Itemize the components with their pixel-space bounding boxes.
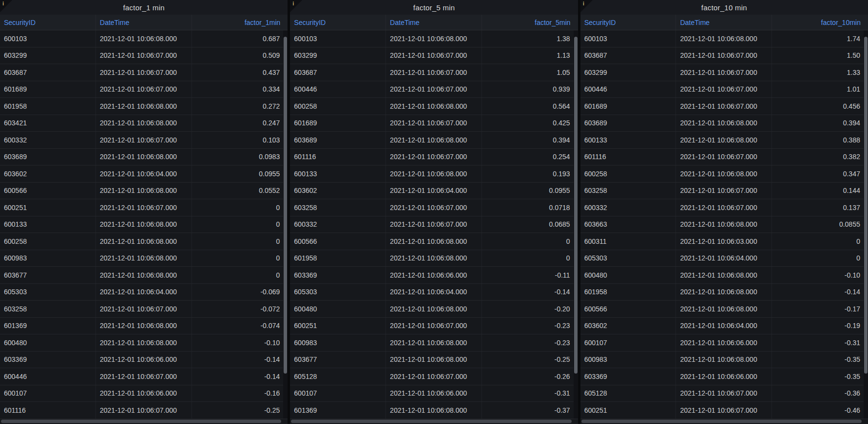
column-header-datetime[interactable]: DateTime (676, 15, 772, 30)
column-header-security-id[interactable]: SecurityID (0, 15, 96, 30)
table-row: 6005662021-12-01 10:06:08.0000.0552 (0, 183, 288, 200)
cell-datetime: 2021-12-01 10:06:08.000 (96, 98, 192, 115)
info-corner-triangle (0, 0, 12, 12)
panel-factor-10min: i factor_10 min SecurityID DateTime fact… (580, 0, 868, 424)
cell-security-id: 600332 (580, 199, 676, 216)
cell-factor-value: -0.35 (772, 352, 868, 368)
column-header-datetime[interactable]: DateTime (386, 15, 482, 30)
cell-datetime: 2021-12-01 10:06:08.000 (96, 216, 192, 233)
cell-security-id: 600983 (580, 352, 676, 368)
cell-security-id: 603602 (580, 318, 676, 334)
table-row: 6053032021-12-01 10:06:04.0000 (580, 250, 868, 267)
cell-factor-value: 0 (482, 233, 578, 250)
cell-datetime: 2021-12-01 10:06:08.000 (96, 233, 192, 250)
table-body: 6001032021-12-01 10:06:08.0001.386032992… (290, 30, 578, 424)
cell-datetime: 2021-12-01 10:06:07.000 (676, 98, 772, 115)
column-header-factor-value[interactable]: factor_1min (192, 15, 288, 30)
cell-factor-value: -0.37 (482, 402, 578, 419)
cell-security-id: 605128 (580, 385, 676, 402)
table-row: 6003112021-12-01 10:06:03.0000 (580, 233, 868, 250)
table-row: 6002512021-12-01 10:06:07.000-0.23 (290, 318, 578, 335)
vertical-scrollbar-thumb[interactable] (574, 37, 578, 374)
cell-datetime: 2021-12-01 10:06:08.000 (386, 132, 482, 148)
table-row: 6019582021-12-01 10:06:08.000-0.14 (580, 284, 868, 301)
cell-security-id: 600258 (580, 165, 676, 182)
cell-factor-value: -0.074 (192, 318, 288, 334)
cell-factor-value: 1.05 (482, 64, 578, 81)
cell-datetime: 2021-12-01 10:06:06.000 (96, 352, 192, 368)
cell-security-id: 600107 (580, 334, 676, 351)
cell-datetime: 2021-12-01 10:06:08.000 (386, 165, 482, 182)
cell-factor-value: 0.137 (772, 199, 868, 216)
cell-factor-value: -0.31 (772, 334, 868, 351)
info-icon[interactable]: i (292, 0, 294, 7)
cell-datetime: 2021-12-01 10:06:06.000 (676, 334, 772, 351)
column-header-security-id[interactable]: SecurityID (290, 15, 386, 30)
cell-security-id: 603299 (580, 64, 676, 81)
table-row: 6019582021-12-01 10:06:08.0000 (290, 250, 578, 267)
cell-factor-value: -0.17 (772, 301, 868, 317)
cell-datetime: 2021-12-01 10:06:07.000 (676, 149, 772, 165)
cell-datetime: 2021-12-01 10:06:08.000 (386, 30, 482, 47)
horizontal-scrollbar-thumb[interactable] (581, 420, 862, 423)
cell-security-id: 600480 (0, 334, 96, 351)
cell-security-id: 603421 (0, 115, 96, 132)
panel-header[interactable]: i factor_5 min (290, 0, 578, 15)
panel-title[interactable]: factor_1 min (123, 3, 165, 12)
cell-datetime: 2021-12-01 10:06:07.000 (386, 115, 482, 132)
table-row: 6036022021-12-01 10:06:04.0000.0955 (0, 165, 288, 183)
cell-factor-value: -0.26 (482, 368, 578, 385)
cell-security-id: 600103 (580, 30, 676, 47)
cell-datetime: 2021-12-01 10:06:08.000 (386, 301, 482, 317)
info-icon[interactable]: i (583, 0, 584, 7)
table-row: 6051282021-12-01 10:06:07.000-0.26 (290, 368, 578, 385)
table-row: 6032582021-12-01 10:06:07.0000.144 (580, 183, 868, 200)
cell-security-id: 603687 (290, 64, 386, 81)
panel-title[interactable]: factor_5 min (413, 3, 455, 12)
cell-factor-value: 0.334 (192, 81, 288, 98)
cell-factor-value: -0.11 (482, 267, 578, 283)
cell-datetime: 2021-12-01 10:06:03.000 (676, 233, 772, 250)
cell-security-id: 603602 (290, 183, 386, 199)
panel-header[interactable]: i factor_10 min (580, 0, 868, 15)
cell-security-id: 600107 (290, 385, 386, 402)
cell-datetime: 2021-12-01 10:06:04.000 (386, 183, 482, 199)
cell-security-id: 600133 (0, 216, 96, 233)
column-header-factor-value[interactable]: factor_5min (482, 15, 578, 30)
cell-factor-value: 0.0983 (192, 149, 288, 165)
cell-datetime: 2021-12-01 10:06:07.000 (96, 301, 192, 317)
cell-security-id: 603369 (580, 368, 676, 385)
info-icon[interactable]: i (2, 0, 4, 7)
cell-datetime: 2021-12-01 10:06:08.000 (676, 216, 772, 233)
info-corner-triangle (290, 0, 302, 12)
horizontal-scrollbar-thumb[interactable] (291, 420, 571, 423)
cell-security-id: 600566 (0, 183, 96, 199)
table-row: 6036872021-12-01 10:06:07.0001.05 (290, 64, 578, 81)
vertical-scrollbar-thumb[interactable] (864, 37, 868, 374)
column-header-datetime[interactable]: DateTime (96, 15, 192, 30)
panel-header[interactable]: i factor_1 min (0, 0, 288, 15)
cell-security-id: 603677 (0, 267, 96, 283)
panel-title[interactable]: factor_10 min (701, 3, 747, 12)
table-row: 6001032021-12-01 10:06:08.0000.687 (0, 30, 288, 47)
cell-security-id: 601689 (290, 115, 386, 132)
cell-factor-value: 0 (192, 250, 288, 267)
horizontal-scrollbar-thumb[interactable] (1, 420, 281, 423)
cell-factor-value: 1.38 (482, 30, 578, 47)
cell-factor-value: 1.01 (772, 81, 868, 98)
table-row: 6036772021-12-01 10:06:08.000-0.25 (290, 352, 578, 369)
column-header-factor-value[interactable]: factor_10min (772, 15, 868, 30)
column-header-security-id[interactable]: SecurityID (580, 15, 676, 30)
cell-security-id: 605128 (290, 368, 386, 385)
cell-security-id: 601958 (0, 98, 96, 115)
table-row: 6003322021-12-01 10:06:07.0000.103 (0, 132, 288, 149)
cell-security-id: 603677 (290, 352, 386, 368)
table-row: 6016892021-12-01 10:06:07.0000.334 (0, 81, 288, 98)
cell-security-id: 601116 (580, 149, 676, 165)
table-row: 6033692021-12-01 10:06:06.000-0.11 (290, 267, 578, 284)
cell-security-id: 600566 (580, 301, 676, 317)
table-row: 6036632021-12-01 10:06:08.0000.0855 (580, 216, 868, 234)
vertical-scrollbar-thumb[interactable] (284, 37, 287, 374)
cell-security-id: 603258 (0, 301, 96, 317)
table-row: 6032582021-12-01 10:06:07.000-0.072 (0, 301, 288, 318)
